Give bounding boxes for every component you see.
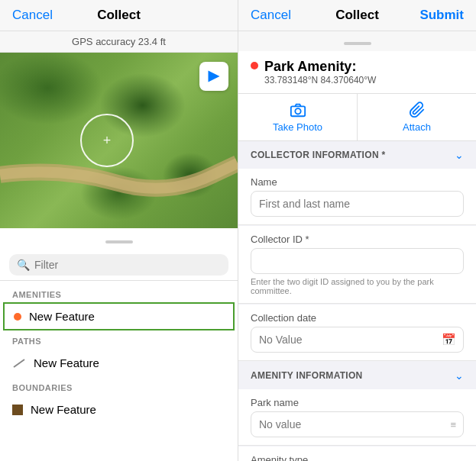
collector-id-input[interactable] [251,248,464,274]
right-cancel-button[interactable]: Cancel [251,8,291,23]
park-name-input[interactable] [251,411,464,437]
right-drag-handle-bar [344,42,371,45]
left-title: Collect [97,8,141,23]
submit-button[interactable]: Submit [419,8,464,23]
amenity-new-feature-item[interactable]: New Feature [3,302,235,330]
left-nav-bar: Cancel Collect [0,0,238,31]
name-field-card: Name [238,169,476,225]
path-new-feature-item[interactable]: New Feature [0,349,238,377]
crosshair-plus: + [103,134,112,147]
camera-icon [290,102,306,118]
attach-label: Attach [403,121,431,133]
left-panel: Cancel Collect GPS accuracy 23.4 ft + 🔍 … [0,0,238,461]
name-label: Name [251,176,464,188]
collector-id-card: Collector ID * Enter the two digit ID as… [238,226,476,304]
attach-button[interactable]: Attach [358,94,476,140]
take-photo-label: Take Photo [273,121,322,133]
collection-date-card: Collection date 📅 [238,305,476,361]
collector-chevron-icon[interactable]: ⌄ [455,149,464,161]
amenity-section-header-row: AMENITY INFORMATION ⌄ [238,362,476,389]
filter-input[interactable] [34,259,221,271]
collector-id-hint: Enter the two digit ID assigned to you b… [251,277,464,295]
list-icon: ≡ [450,419,456,430]
amenity-type-card: Amenity type No value ✓ [238,446,476,461]
boundary-square-icon [12,405,23,415]
photo-attach-row: Take Photo Attach [238,94,476,141]
amenity-section-header: AMENITY INFORMATION [251,370,363,381]
paperclip-icon [409,102,426,118]
gps-accuracy-bar: GPS accuracy 23.4 ft [0,31,238,53]
search-icon: 🔍 [17,259,30,271]
map-area[interactable]: + [0,53,238,228]
svg-line-1 [14,359,24,367]
collection-date-input-wrap: 📅 [251,327,464,353]
boundary-new-feature-item[interactable]: New Feature [0,395,238,424]
feature-header: Park Amenity: 33.783148°N 84.370640°W [238,51,476,94]
feature-name: Park Amenity: [264,59,376,75]
park-name-label: Park name [251,397,464,408]
amenity-item-label: New Feature [29,310,95,323]
take-photo-button[interactable]: Take Photo [238,94,358,140]
left-cancel-button[interactable]: Cancel [12,8,53,23]
path-line-icon [12,358,26,369]
paths-section-header: PATHS [0,330,238,349]
drag-handle-bar [105,240,133,243]
amenity-dot-icon [14,313,21,321]
amenity-chevron-icon[interactable]: ⌄ [455,369,464,382]
location-button[interactable] [199,62,228,91]
layer-list: AMENITIES New Feature PATHS New Feature … [0,281,238,461]
feature-dot-icon [251,62,258,69]
amenities-section-header: AMENITIES [0,284,238,302]
right-nav-bar: Cancel Collect Submit [238,0,476,31]
collector-id-label: Collector ID * [251,234,464,245]
amenity-type-label: Amenity type [251,454,464,461]
svg-point-3 [295,108,300,114]
right-drag-handle [238,31,476,51]
filter-input-wrap[interactable]: 🔍 [9,254,228,276]
collector-section-header-row: COLLECTOR INFORMATION * ⌄ [238,141,476,169]
park-name-input-wrap: ≡ [251,411,464,437]
right-scroll-area: Park Amenity: 33.783148°N 84.370640°W Ta… [238,51,476,461]
boundary-item-label: New Feature [31,403,96,416]
right-panel: Cancel Collect Submit Park Amenity: 33.7… [238,0,476,461]
calendar-icon: 📅 [442,333,456,347]
boundaries-section-header: BOUNDARIES [0,377,238,395]
right-title: Collect [335,8,379,23]
collection-date-input[interactable] [251,327,464,353]
collection-date-label: Collection date [251,312,464,324]
feature-coordinates: 33.783148°N 84.370640°W [264,75,376,85]
svg-marker-0 [209,71,220,82]
name-input[interactable] [251,191,464,217]
path-item-label: New Feature [34,356,99,369]
filter-bar: 🔍 [0,250,238,281]
collector-section-header: COLLECTOR INFORMATION * [251,150,385,160]
feature-info: Park Amenity: 33.783148°N 84.370640°W [264,59,376,85]
navigation-icon [206,69,222,84]
drag-handle [0,228,238,250]
park-name-card: Park name ≡ [238,389,476,446]
